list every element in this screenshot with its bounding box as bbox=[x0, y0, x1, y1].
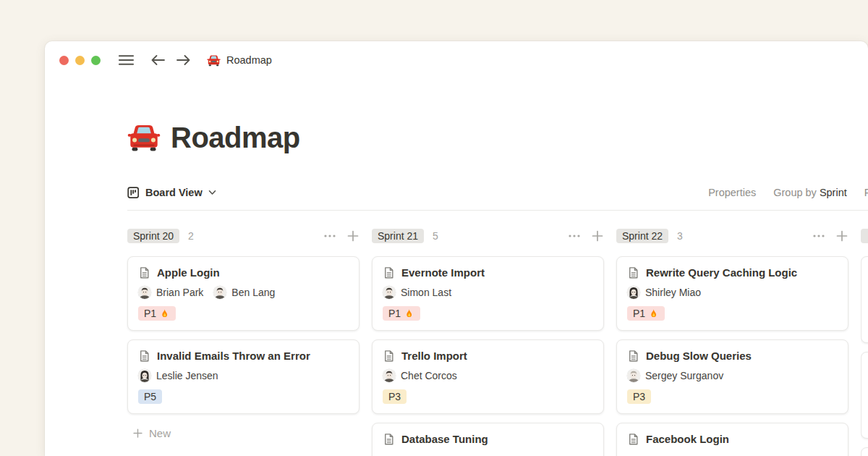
traffic-lights bbox=[59, 56, 101, 65]
card-evernote-import[interactable]: Evernote Import Simon Last P1 bbox=[372, 256, 604, 331]
assignee: Ben Lang bbox=[213, 286, 275, 299]
new-card-button[interactable]: New bbox=[127, 427, 359, 439]
column-label-badge[interactable]: Sprint 21 bbox=[372, 229, 424, 243]
assignee: Simon Last bbox=[383, 286, 451, 299]
assignee: Leslie Jensen bbox=[138, 369, 218, 382]
kanban-board: Sprint 20 2 Apple Login bbox=[127, 227, 868, 456]
fire-icon bbox=[159, 308, 170, 319]
priority-badge: P1 bbox=[383, 306, 420, 321]
card-apple-login[interactable]: Apple Login Brian Park Ben Lang bbox=[127, 256, 359, 331]
column-label-badge[interactable]: Sprint 20 bbox=[127, 229, 179, 243]
card-partial[interactable] bbox=[861, 447, 868, 456]
column-add-icon[interactable] bbox=[835, 229, 848, 242]
card-title-text: Rewrite Query Caching Logic bbox=[646, 266, 797, 279]
column-header: Sprint 22 3 bbox=[616, 227, 848, 245]
avatar bbox=[138, 286, 151, 299]
properties-button[interactable]: Properties bbox=[708, 187, 756, 198]
avatar bbox=[383, 369, 396, 382]
column-header bbox=[861, 227, 868, 245]
column-label-badge[interactable] bbox=[861, 229, 868, 243]
page-icon bbox=[383, 266, 395, 279]
back-arrow-icon[interactable] bbox=[150, 54, 166, 66]
close-window-button[interactable] bbox=[59, 56, 69, 65]
column-label-badge[interactable]: Sprint 22 bbox=[616, 229, 668, 243]
page-title-text: Roadmap bbox=[171, 122, 300, 154]
page-icon bbox=[627, 350, 639, 362]
assignee-name: Ben Lang bbox=[231, 287, 275, 298]
card-rewrite-query-caching[interactable]: Rewrite Query Caching Logic Shirley Miao… bbox=[616, 256, 848, 331]
assignee: Chet Corcos bbox=[383, 369, 457, 382]
card-title-text: Invalid Emails Throw an Error bbox=[157, 350, 310, 362]
assignee: Shirley Miao bbox=[627, 286, 701, 299]
assignee-name: Brian Park bbox=[156, 287, 203, 298]
card-partial[interactable] bbox=[861, 352, 868, 439]
priority-badge: P3 bbox=[627, 389, 651, 404]
card-title-text: Apple Login bbox=[157, 266, 220, 279]
forward-arrow-icon[interactable] bbox=[176, 54, 191, 66]
toolbar-right: Properties Group bySprint Filter bbox=[708, 187, 868, 198]
zoom-window-button[interactable] bbox=[91, 56, 101, 65]
card-facebook-login[interactable]: Facebook Login bbox=[616, 423, 848, 456]
page-icon bbox=[138, 266, 150, 279]
card-trello-import[interactable]: Trello Import Chet Corcos P3 bbox=[372, 339, 604, 414]
priority-badge: P3 bbox=[383, 389, 407, 404]
card-title-text: Evernote Import bbox=[401, 266, 485, 279]
car-icon bbox=[127, 121, 161, 154]
assignee-name: Shirley Miao bbox=[645, 287, 701, 298]
filter-button[interactable]: Filter bbox=[864, 187, 868, 198]
app-window: Roadmap Roadmap Board View Properties Gr… bbox=[45, 41, 868, 456]
toolbar-divider bbox=[127, 210, 868, 211]
view-label: Board View bbox=[145, 187, 203, 198]
card-title-text: Trello Import bbox=[401, 350, 467, 362]
column-add-icon[interactable] bbox=[591, 229, 604, 242]
page-icon bbox=[138, 350, 150, 362]
column-header: Sprint 21 5 bbox=[372, 227, 604, 245]
card-debug-slow-queries[interactable]: Debug Slow Queries Sergey Surganov P3 bbox=[616, 339, 848, 414]
page-content: Roadmap Board View Properties Group bySp… bbox=[127, 79, 868, 456]
column-sprint-21: Sprint 21 5 Evernote Import bbox=[372, 227, 604, 456]
assignee: Sergey Surganov bbox=[627, 369, 723, 382]
fire-icon bbox=[404, 308, 414, 319]
assignee-name: Simon Last bbox=[401, 287, 451, 298]
plus-icon bbox=[132, 428, 143, 439]
card-title-text: Database Tuning bbox=[401, 433, 488, 445]
assignee-name: Sergey Surganov bbox=[645, 370, 723, 381]
priority-badge: P5 bbox=[138, 389, 162, 404]
card-partial[interactable] bbox=[861, 256, 868, 343]
board-view-switcher[interactable]: Board View bbox=[127, 187, 216, 199]
view-toolbar: Board View Properties Group bySprint Fil… bbox=[127, 183, 868, 202]
priority-badge: P1 bbox=[138, 306, 176, 321]
page-icon bbox=[627, 433, 639, 445]
column-sprint-20: Sprint 20 2 Apple Login bbox=[127, 227, 359, 456]
column-next-partial bbox=[861, 227, 868, 456]
assignee-name: Leslie Jensen bbox=[156, 370, 218, 381]
avatar bbox=[627, 369, 640, 382]
column-more-icon[interactable] bbox=[568, 229, 581, 242]
page-icon bbox=[383, 433, 395, 445]
card-database-tuning[interactable]: Database Tuning bbox=[372, 423, 604, 456]
column-header: Sprint 20 2 bbox=[127, 227, 359, 245]
column-count: 3 bbox=[677, 230, 683, 242]
sidebar-menu-icon[interactable] bbox=[118, 54, 135, 67]
column-add-icon[interactable] bbox=[346, 229, 359, 242]
assignee-name: Chet Corcos bbox=[401, 370, 457, 381]
column-sprint-22: Sprint 22 3 Rewrite Query Caching Logic bbox=[616, 227, 848, 456]
page-icon bbox=[383, 350, 395, 362]
chevron-down-icon bbox=[208, 190, 216, 195]
screenshot-root: Roadmap Roadmap Board View Properties Gr… bbox=[0, 0, 868, 456]
minimize-window-button[interactable] bbox=[75, 56, 85, 65]
breadcrumb[interactable]: Roadmap bbox=[207, 54, 272, 67]
group-by-value: Sprint bbox=[820, 187, 847, 198]
card-title-text: Facebook Login bbox=[646, 433, 729, 445]
group-by-button[interactable]: Group bySprint bbox=[773, 187, 847, 198]
card-title-text: Debug Slow Queries bbox=[646, 350, 752, 362]
car-icon bbox=[207, 54, 221, 67]
card-invalid-emails[interactable]: Invalid Emails Throw an Error Leslie Jen… bbox=[127, 339, 359, 414]
column-count: 5 bbox=[433, 230, 438, 242]
titlebar: Roadmap bbox=[45, 41, 868, 79]
priority-badge: P1 bbox=[627, 306, 665, 321]
column-more-icon[interactable] bbox=[812, 229, 825, 242]
avatar bbox=[627, 286, 640, 299]
column-more-icon[interactable] bbox=[323, 229, 336, 242]
breadcrumb-title: Roadmap bbox=[226, 54, 272, 66]
